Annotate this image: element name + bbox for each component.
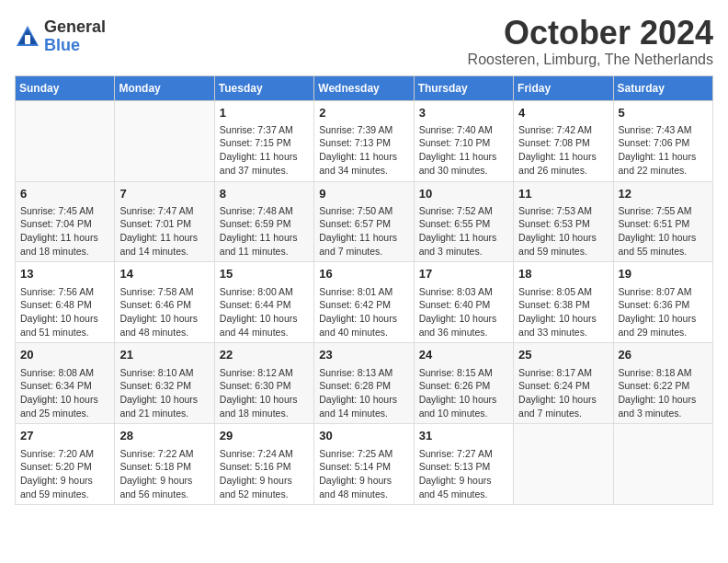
day-number: 6 [20, 186, 109, 202]
day-info: Sunrise: 7:43 AM Sunset: 7:06 PM Dayligh… [619, 123, 708, 178]
calendar-cell: 3Sunrise: 7:40 AM Sunset: 7:10 PM Daylig… [414, 100, 513, 181]
day-number: 27 [20, 428, 109, 444]
calendar-cell: 6Sunrise: 7:45 AM Sunset: 7:04 PM Daylig… [16, 181, 115, 262]
day-info: Sunrise: 7:20 AM Sunset: 5:20 PM Dayligh… [20, 447, 109, 501]
day-number: 29 [220, 428, 309, 444]
day-info: Sunrise: 7:40 AM Sunset: 7:10 PM Dayligh… [419, 123, 508, 178]
weekday-header-monday: Monday [115, 75, 214, 100]
calendar-cell: 24Sunrise: 8:15 AM Sunset: 6:26 PM Dayli… [414, 343, 513, 424]
day-info: Sunrise: 7:27 AM Sunset: 5:13 PM Dayligh… [419, 447, 508, 501]
calendar-cell: 13Sunrise: 7:56 AM Sunset: 6:48 PM Dayli… [16, 262, 115, 343]
calendar-week-row: 20Sunrise: 8:08 AM Sunset: 6:34 PM Dayli… [16, 343, 713, 424]
calendar-cell: 10Sunrise: 7:52 AM Sunset: 6:55 PM Dayli… [414, 181, 513, 262]
day-info: Sunrise: 8:00 AM Sunset: 6:44 PM Dayligh… [220, 285, 309, 339]
calendar-week-row: 1Sunrise: 7:37 AM Sunset: 7:15 PM Daylig… [16, 100, 713, 181]
day-info: Sunrise: 7:37 AM Sunset: 7:15 PM Dayligh… [220, 123, 309, 178]
day-info: Sunrise: 7:45 AM Sunset: 7:04 PM Dayligh… [20, 204, 109, 259]
calendar-cell: 7Sunrise: 7:47 AM Sunset: 7:01 PM Daylig… [115, 181, 214, 262]
calendar-cell [115, 100, 214, 181]
calendar-table: SundayMondayTuesdayWednesdayThursdayFrid… [15, 75, 713, 506]
day-info: Sunrise: 8:17 AM Sunset: 6:24 PM Dayligh… [518, 366, 608, 420]
weekday-header-wednesday: Wednesday [314, 75, 414, 100]
day-number: 15 [220, 266, 309, 282]
day-number: 18 [518, 266, 608, 282]
weekday-header-thursday: Thursday [414, 75, 513, 100]
calendar-cell [16, 100, 115, 181]
calendar-cell: 17Sunrise: 8:03 AM Sunset: 6:40 PM Dayli… [414, 262, 513, 343]
weekday-header-friday: Friday [514, 75, 613, 100]
calendar-cell [613, 424, 712, 505]
calendar-cell: 28Sunrise: 7:22 AM Sunset: 5:18 PM Dayli… [115, 424, 214, 505]
calendar-cell: 26Sunrise: 8:18 AM Sunset: 6:22 PM Dayli… [613, 343, 712, 424]
calendar-cell: 18Sunrise: 8:05 AM Sunset: 6:38 PM Dayli… [514, 262, 613, 343]
calendar-week-row: 13Sunrise: 7:56 AM Sunset: 6:48 PM Dayli… [16, 262, 713, 343]
day-info: Sunrise: 7:53 AM Sunset: 6:53 PM Dayligh… [518, 204, 608, 259]
day-number: 16 [319, 266, 408, 282]
day-info: Sunrise: 8:18 AM Sunset: 6:22 PM Dayligh… [619, 366, 708, 420]
weekday-header-sunday: Sunday [16, 75, 115, 100]
day-number: 17 [419, 266, 508, 282]
day-number: 2 [319, 105, 408, 121]
calendar-cell: 11Sunrise: 7:53 AM Sunset: 6:53 PM Dayli… [514, 181, 613, 262]
day-number: 22 [220, 347, 309, 363]
day-info: Sunrise: 8:10 AM Sunset: 6:32 PM Dayligh… [119, 366, 209, 420]
calendar-week-row: 6Sunrise: 7:45 AM Sunset: 7:04 PM Daylig… [16, 181, 713, 262]
header: General Blue October 2024 Roosteren, Lim… [15, 15, 713, 68]
day-info: Sunrise: 7:47 AM Sunset: 7:01 PM Dayligh… [119, 204, 209, 259]
day-number: 25 [518, 347, 608, 363]
calendar-cell: 1Sunrise: 7:37 AM Sunset: 7:15 PM Daylig… [214, 100, 313, 181]
day-number: 10 [419, 186, 508, 202]
day-info: Sunrise: 7:50 AM Sunset: 6:57 PM Dayligh… [319, 204, 408, 259]
day-number: 11 [518, 186, 608, 202]
day-info: Sunrise: 8:03 AM Sunset: 6:40 PM Dayligh… [419, 285, 508, 339]
calendar-cell: 2Sunrise: 7:39 AM Sunset: 7:13 PM Daylig… [314, 100, 414, 181]
calendar-location: Roosteren, Limburg, The Netherlands [468, 52, 713, 68]
calendar-cell: 27Sunrise: 7:20 AM Sunset: 5:20 PM Dayli… [16, 424, 115, 505]
day-info: Sunrise: 8:05 AM Sunset: 6:38 PM Dayligh… [518, 285, 608, 339]
calendar-cell: 25Sunrise: 8:17 AM Sunset: 6:24 PM Dayli… [514, 343, 613, 424]
day-number: 12 [619, 186, 708, 202]
weekday-header-tuesday: Tuesday [214, 75, 313, 100]
calendar-title: October 2024 [468, 15, 713, 52]
day-number: 23 [319, 347, 408, 363]
svg-rect-2 [25, 35, 30, 44]
logo-general-text: General [44, 18, 106, 37]
day-info: Sunrise: 7:55 AM Sunset: 6:51 PM Dayligh… [619, 204, 708, 259]
day-number: 8 [220, 186, 309, 202]
calendar-cell: 8Sunrise: 7:48 AM Sunset: 6:59 PM Daylig… [214, 181, 313, 262]
day-info: Sunrise: 7:22 AM Sunset: 5:18 PM Dayligh… [119, 447, 209, 501]
day-info: Sunrise: 8:08 AM Sunset: 6:34 PM Dayligh… [20, 366, 109, 420]
logo-icon [15, 24, 40, 50]
day-info: Sunrise: 7:52 AM Sunset: 6:55 PM Dayligh… [419, 204, 508, 259]
calendar-cell: 19Sunrise: 8:07 AM Sunset: 6:36 PM Dayli… [613, 262, 712, 343]
calendar-cell: 23Sunrise: 8:13 AM Sunset: 6:28 PM Dayli… [314, 343, 414, 424]
day-number: 19 [619, 266, 708, 282]
day-number: 20 [20, 347, 109, 363]
weekday-header-saturday: Saturday [613, 75, 712, 100]
calendar-cell: 22Sunrise: 8:12 AM Sunset: 6:30 PM Dayli… [214, 343, 313, 424]
day-info: Sunrise: 7:25 AM Sunset: 5:14 PM Dayligh… [319, 447, 408, 501]
calendar-cell [514, 424, 613, 505]
day-number: 24 [419, 347, 508, 363]
title-area: October 2024 Roosteren, Limburg, The Net… [468, 15, 713, 68]
day-info: Sunrise: 7:39 AM Sunset: 7:13 PM Dayligh… [319, 123, 408, 178]
day-info: Sunrise: 8:12 AM Sunset: 6:30 PM Dayligh… [220, 366, 309, 420]
day-number: 7 [119, 186, 209, 202]
calendar-header-row: SundayMondayTuesdayWednesdayThursdayFrid… [16, 75, 713, 100]
day-number: 28 [119, 428, 209, 444]
day-number: 9 [319, 186, 408, 202]
calendar-week-row: 27Sunrise: 7:20 AM Sunset: 5:20 PM Dayli… [16, 424, 713, 505]
day-number: 13 [20, 266, 109, 282]
calendar-cell: 16Sunrise: 8:01 AM Sunset: 6:42 PM Dayli… [314, 262, 414, 343]
day-info: Sunrise: 7:56 AM Sunset: 6:48 PM Dayligh… [20, 285, 109, 339]
day-info: Sunrise: 8:15 AM Sunset: 6:26 PM Dayligh… [419, 366, 508, 420]
day-info: Sunrise: 8:07 AM Sunset: 6:36 PM Dayligh… [619, 285, 708, 339]
day-number: 14 [119, 266, 209, 282]
calendar-cell: 5Sunrise: 7:43 AM Sunset: 7:06 PM Daylig… [613, 100, 712, 181]
day-info: Sunrise: 7:58 AM Sunset: 6:46 PM Dayligh… [119, 285, 209, 339]
logo-text: General Blue [44, 18, 106, 55]
calendar-cell: 30Sunrise: 7:25 AM Sunset: 5:14 PM Dayli… [314, 424, 414, 505]
day-number: 4 [518, 105, 608, 121]
calendar-cell: 4Sunrise: 7:42 AM Sunset: 7:08 PM Daylig… [514, 100, 613, 181]
calendar-cell: 21Sunrise: 8:10 AM Sunset: 6:32 PM Dayli… [115, 343, 214, 424]
